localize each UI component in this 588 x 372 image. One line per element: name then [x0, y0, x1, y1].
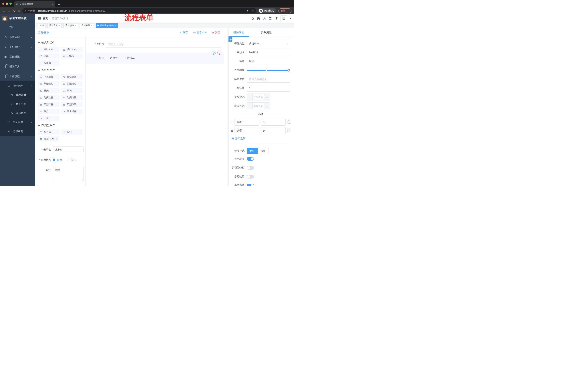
- resize-handle-icon[interactable]: ◿: [82, 179, 83, 180]
- component-item-editor[interactable]: 编辑器: [38, 60, 60, 66]
- remark-textarea[interactable]: 嘿嘿: [53, 167, 84, 181]
- decrease-button[interactable]: −: [247, 94, 252, 100]
- security-label[interactable]: 不安全: [28, 9, 35, 12]
- sidebar-item-leave-query[interactable]: ♟ 请假查询: [0, 127, 35, 136]
- component-item-multi-text[interactable]: ▤ 多行文本: [61, 47, 83, 52]
- component-item-table[interactable]: ▦ 表格[开发中]: [38, 136, 60, 142]
- component-item-row-container[interactable]: ◫ 行容器: [38, 129, 60, 135]
- update-button[interactable]: 更新 ⋮: [278, 8, 292, 13]
- default-value-input[interactable]: [247, 85, 290, 92]
- component-item-color-picker[interactable]: ◑ 颜色选择: [61, 109, 83, 114]
- disabled-toggle[interactable]: [247, 175, 254, 179]
- close-icon[interactable]: ×: [59, 25, 60, 27]
- slider-handle[interactable]: [287, 69, 290, 72]
- component-item-button[interactable]: ☝ 按钮: [61, 129, 83, 135]
- max-checked-placeholder[interactable]: 最多可选: [252, 103, 264, 109]
- label-width-input[interactable]: [247, 76, 290, 83]
- tag-home[interactable]: 首页: [38, 23, 46, 28]
- grid-slider[interactable]: [247, 70, 289, 71]
- sidebar-item-user-group[interactable]: ☺ 用户分组: [0, 100, 35, 109]
- form-canvas[interactable]: 手机号 性别 选项一: [85, 37, 228, 186]
- sidebar-item-task-mgmt[interactable]: ⌥ 任务管理 ∨: [0, 118, 35, 127]
- canvas-field-phone[interactable]: 手机号: [91, 41, 221, 47]
- save-button[interactable]: ✓ 保存: [179, 31, 188, 34]
- component-item-radio-group[interactable]: ◉ 单选框组: [38, 81, 60, 86]
- new-tab-button[interactable]: +: [58, 2, 60, 7]
- style-button-button[interactable]: 按钮: [258, 148, 269, 154]
- zoom-window-button[interactable]: [10, 2, 12, 5]
- decrease-button[interactable]: −: [247, 103, 252, 109]
- forward-icon[interactable]: →: [8, 9, 11, 12]
- drag-handle-icon[interactable]: ☰: [231, 120, 233, 124]
- sidebar-item-system[interactable]: ⚙ 系统管理 ∨: [0, 32, 35, 42]
- component-item-date-range[interactable]: ▦ 日期范围: [61, 102, 83, 107]
- reload-icon[interactable]: ↻: [13, 9, 16, 12]
- component-item-date-picker[interactable]: ▦ 日期选择: [38, 102, 60, 107]
- sidebar-item-process-form[interactable]: ✎ 流程表单: [0, 90, 35, 100]
- remove-option-button[interactable]: −: [287, 129, 290, 132]
- help-icon[interactable]: ?: [263, 17, 266, 20]
- sidebar-item-process-mgmt[interactable]: ☰ 流程管理 ∧: [0, 81, 35, 90]
- sidebar-item-home[interactable]: ◔ 首页: [0, 22, 35, 32]
- sidebar-item-payment[interactable]: ¥ 支付管理 ∨: [0, 42, 35, 52]
- window-controls[interactable]: [0, 0, 14, 7]
- increase-button[interactable]: +: [264, 94, 270, 100]
- min-checked-placeholder[interactable]: 至少应选: [252, 94, 264, 100]
- title-input[interactable]: [247, 58, 290, 65]
- component-type-select[interactable]: [247, 40, 290, 47]
- component-item-single-text[interactable]: ▭ 单行文本: [38, 47, 60, 52]
- font-size-icon[interactable]: TT: [274, 17, 277, 20]
- close-window-button[interactable]: [2, 2, 4, 5]
- tag-process-form-edit[interactable]: 流程表单-编辑 ×: [96, 23, 117, 28]
- component-item-rate[interactable]: ☆ 评分: [38, 109, 60, 114]
- component-item-select[interactable]: 下拉选择: [38, 74, 60, 80]
- checkbox-option1[interactable]: [106, 57, 108, 59]
- component-item-cascader[interactable]: ⌥ 级联选择: [61, 74, 83, 80]
- sidebar-fold-icon[interactable]: [38, 17, 41, 20]
- tab-form-props[interactable]: 表单属性: [249, 28, 284, 37]
- option-label-input[interactable]: [234, 119, 259, 126]
- browser-tab[interactable]: ❋ 芋道管理系统 ×: [14, 1, 55, 7]
- tag-process-model[interactable]: 流程模型 ×: [63, 23, 78, 28]
- back-icon[interactable]: ←: [2, 9, 5, 12]
- link-drawer-handle[interactable]: [229, 37, 232, 42]
- view-json-button[interactable]: ◎ 查看json: [193, 31, 207, 34]
- component-item-time-range[interactable]: ↺ 时间范围: [61, 95, 83, 100]
- component-item-upload[interactable]: ☁ 上传: [38, 116, 60, 121]
- tag-process-definition[interactable]: 流程定义 ×: [47, 23, 62, 28]
- delete-component-button[interactable]: [217, 51, 221, 55]
- password-key-icon[interactable]: [247, 10, 248, 11]
- required-toggle[interactable]: [247, 184, 254, 186]
- component-item-counter[interactable]: 123 计数器: [61, 53, 83, 59]
- sidebar-item-workflow[interactable]: 工作流程 ∧: [0, 72, 35, 81]
- component-item-switch[interactable]: 开关: [38, 88, 60, 93]
- sidebar-item-infra[interactable]: ▣ 基础设施 ∨: [0, 52, 35, 62]
- sidebar-item-devtools[interactable]: 研发工具 ∨: [0, 62, 35, 72]
- show-label-toggle[interactable]: [247, 157, 254, 161]
- minimize-window-button[interactable]: [6, 2, 8, 5]
- add-option-button[interactable]: ⊕ 添加选项: [231, 137, 290, 140]
- avatar-caret-icon[interactable]: ▾: [290, 18, 291, 20]
- status-on-option[interactable]: 开启: [57, 157, 62, 163]
- search-icon[interactable]: [252, 18, 254, 20]
- drag-handle-icon[interactable]: ☰: [231, 129, 233, 132]
- component-item-slider[interactable]: 滑块: [61, 88, 83, 93]
- component-item-checkbox-group[interactable]: ☑ 多选框组: [61, 81, 83, 86]
- phone-field-input[interactable]: [106, 41, 221, 47]
- border-toggle[interactable]: [247, 166, 254, 170]
- checkbox-option2[interactable]: [123, 57, 126, 59]
- close-icon[interactable]: ×: [115, 25, 116, 27]
- status-off-option[interactable]: 关闭: [71, 157, 76, 163]
- bookmark-star-icon[interactable]: ☆: [252, 9, 254, 12]
- component-item-password[interactable]: 密码: [38, 53, 60, 59]
- close-icon[interactable]: ×: [91, 25, 92, 27]
- canvas-field-gender-selected[interactable]: 性别 选项一 选项二: [86, 53, 224, 64]
- form-name-input[interactable]: [53, 146, 84, 153]
- update-label[interactable]: 更新: [281, 9, 285, 12]
- checkbox-option1-label[interactable]: 选项一: [110, 56, 117, 60]
- checkbox-option2-label[interactable]: 选项二: [127, 56, 135, 60]
- radio-on-icon[interactable]: [53, 159, 55, 161]
- home-icon[interactable]: ⌂: [18, 9, 20, 12]
- component-item-time-picker[interactable]: ◷ 时间选择: [38, 95, 60, 100]
- breadcrumb-home[interactable]: 首页: [43, 17, 48, 20]
